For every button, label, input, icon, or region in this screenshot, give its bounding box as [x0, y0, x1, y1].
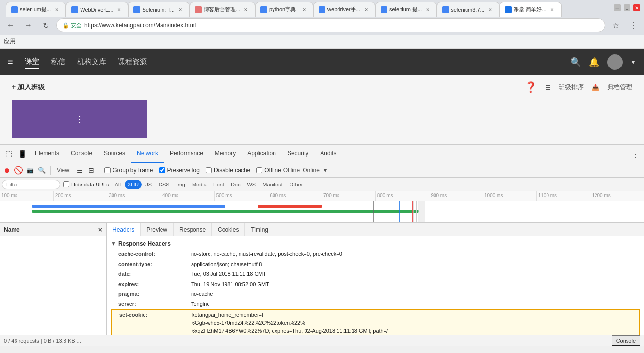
- filter-btn-xhr[interactable]: XHR: [125, 180, 142, 189]
- tab-close-8[interactable]: ×: [548, 6, 556, 14]
- detail-tab-response[interactable]: Response: [174, 223, 212, 236]
- console-tab-button[interactable]: Console: [612, 335, 640, 346]
- devtools-tab-memory[interactable]: Memory: [209, 145, 242, 163]
- maximize-button[interactable]: □: [624, 4, 630, 11]
- bottom-status: 0 / 46 requests | 0 B / 13.8 KB ...: [4, 338, 81, 344]
- filter-button[interactable]: 🔍: [37, 166, 47, 175]
- url-text: https://www.ketangpai.com/Main/index.htm…: [84, 22, 599, 29]
- checkbox-input-3[interactable]: [256, 167, 262, 173]
- search-icon[interactable]: 🔍: [570, 57, 581, 67]
- star-button[interactable]: ☆: [609, 18, 623, 32]
- bell-icon[interactable]: 🔔: [589, 57, 599, 67]
- tab-close-4[interactable]: ×: [300, 6, 308, 14]
- video-card[interactable]: ⋮: [12, 100, 147, 138]
- filter-btn-doc[interactable]: Doc: [228, 180, 243, 189]
- filter-btn-img[interactable]: Img: [174, 180, 188, 189]
- online-label[interactable]: Online: [303, 167, 320, 174]
- filter-btn-css[interactable]: CSS: [156, 180, 173, 189]
- timeline-tick-2: 300 ms: [107, 191, 161, 201]
- nav-link-classroom[interactable]: 课堂: [25, 55, 39, 69]
- filter-btn-ws[interactable]: WS: [244, 180, 258, 189]
- checkbox-disable-cache[interactable]: Disable cache: [206, 167, 250, 174]
- detail-tab-headers[interactable]: Headers: [107, 223, 141, 236]
- filter-btn-js[interactable]: JS: [143, 180, 155, 189]
- devtools-tab-application[interactable]: Application: [242, 145, 282, 163]
- filter-btn-media[interactable]: Media: [189, 180, 209, 189]
- list-icon[interactable]: ☰: [545, 84, 551, 91]
- tab-close-2[interactable]: ×: [177, 6, 184, 14]
- browser-tab-1[interactable]: WebDriverE... ×: [66, 2, 128, 17]
- tab-close-1[interactable]: ×: [115, 6, 123, 14]
- detail-tab-preview[interactable]: Preview: [141, 223, 174, 236]
- capture-screenshot-button[interactable]: 📷: [25, 166, 35, 175]
- devtools-tab-sources[interactable]: Sources: [98, 145, 131, 163]
- detail-tab-timing[interactable]: Timing: [245, 223, 274, 236]
- tab-close-7[interactable]: ×: [486, 6, 494, 14]
- question-icon[interactable]: ❓: [524, 81, 537, 94]
- devtools-tab-performance[interactable]: Performance: [164, 145, 209, 163]
- devtools-more-button[interactable]: ⋮: [628, 147, 642, 161]
- filter-btn-all[interactable]: All: [112, 180, 124, 189]
- section-arrow[interactable]: ▼: [111, 240, 116, 247]
- tab-close-3[interactable]: ×: [242, 6, 250, 14]
- record-button[interactable]: ⏺: [2, 166, 12, 175]
- dropdown-arrow[interactable]: ▼: [322, 167, 328, 174]
- browser-tab-2[interactable]: Selenium: T... ×: [128, 2, 189, 17]
- archive-icon[interactable]: 📥: [592, 84, 599, 91]
- hamburger-icon[interactable]: ≡: [8, 57, 13, 67]
- nav-link-courses[interactable]: 课程资源: [118, 55, 147, 68]
- devtools-tab-network[interactable]: Network: [131, 145, 164, 163]
- filter-input[interactable]: [2, 180, 60, 189]
- tab-close-6[interactable]: ×: [424, 6, 432, 14]
- avatar[interactable]: [607, 54, 623, 70]
- filter-btn-manifest[interactable]: Manifest: [259, 180, 286, 189]
- name-panel-close[interactable]: ×: [98, 226, 102, 234]
- devtools-tab-security[interactable]: Security: [282, 145, 314, 163]
- minimize-button[interactable]: ─: [614, 4, 621, 11]
- browser-tab-0[interactable]: selenium提... ×: [6, 2, 66, 17]
- separator-1: [50, 166, 51, 175]
- bookmark-apps[interactable]: 应用: [4, 37, 16, 46]
- class-ranking-label[interactable]: 班级排序: [559, 83, 584, 92]
- tab-close-0[interactable]: ×: [53, 6, 61, 14]
- list-view-button[interactable]: ☰: [75, 166, 84, 175]
- devtools-tab-audits[interactable]: Audits: [314, 145, 342, 163]
- detail-tab-cookies[interactable]: Cookies: [212, 223, 245, 236]
- nav-link-library[interactable]: 机构文库: [77, 55, 106, 68]
- device-toolbar-button[interactable]: 📱: [16, 147, 29, 161]
- browser-tab-3[interactable]: 博客后台管理... ×: [190, 2, 255, 17]
- checkbox-offline[interactable]: Offline: [256, 167, 281, 174]
- devtools-tab-console[interactable]: Console: [65, 145, 98, 163]
- url-bar[interactable]: 🔒 安全 https://www.ketangpai.com/Main/inde…: [56, 18, 605, 32]
- checkbox-input-2[interactable]: [206, 167, 212, 173]
- browser-tab-6[interactable]: selenium 提... ×: [375, 2, 437, 17]
- browser-tab-7[interactable]: selenium3.7... ×: [437, 2, 499, 17]
- clear-button[interactable]: 🚫: [14, 166, 23, 175]
- refresh-button[interactable]: ↻: [39, 18, 52, 32]
- checkbox-input-1[interactable]: [159, 167, 165, 173]
- close-button[interactable]: ✕: [633, 4, 640, 11]
- inspect-element-button[interactable]: ⬚: [2, 147, 16, 161]
- add-class-button[interactable]: + 加入班级: [12, 83, 45, 92]
- browser-tab-5[interactable]: webdriver手... ×: [313, 2, 375, 17]
- nav-link-messages[interactable]: 私信: [51, 55, 65, 68]
- hide-data-urls-checkbox-group[interactable]: Hide data URLs: [63, 181, 109, 187]
- header-name-5: server:: [118, 300, 191, 308]
- back-button[interactable]: ←: [4, 18, 17, 32]
- checkbox-input-0[interactable]: [104, 167, 111, 173]
- menu-button[interactable]: ⋮: [627, 18, 640, 32]
- forward-button[interactable]: →: [21, 18, 35, 32]
- browser-tab-4[interactable]: python字典 ×: [255, 2, 313, 17]
- archive-label[interactable]: 归档管理: [607, 83, 632, 92]
- tab-close-5[interactable]: ×: [362, 6, 370, 14]
- timeline-bars: [0, 201, 644, 223]
- filter-btn-font[interactable]: Font: [210, 180, 227, 189]
- large-rows-button[interactable]: ⊟: [86, 166, 96, 175]
- hide-data-urls-checkbox[interactable]: [63, 181, 69, 187]
- checkbox-group-by-frame[interactable]: Group by frame: [104, 167, 153, 174]
- filter-btn-other[interactable]: Other: [287, 180, 306, 189]
- dropdown-icon[interactable]: ▼: [630, 59, 636, 66]
- browser-tab-8[interactable]: 课堂-简单好... ×: [499, 2, 562, 17]
- checkbox-preserve-log[interactable]: Preserve log: [159, 167, 200, 174]
- devtools-tab-elements[interactable]: Elements: [29, 145, 65, 163]
